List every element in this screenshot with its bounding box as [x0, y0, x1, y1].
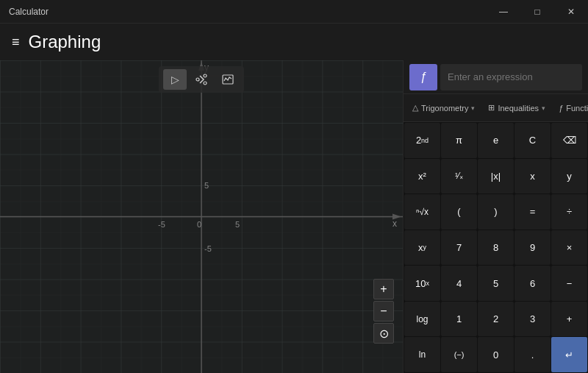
btn-decimal[interactable]: . — [514, 337, 551, 372]
func-icon: ƒ — [559, 104, 563, 113]
calculator-grid: 2nd π e C ⌫ x² ¹⁄ₓ |x| x y ⁿ√x ( ) = ÷ x… — [404, 122, 588, 373]
tab-trigonometry[interactable]: △ Trigonometry ▾ — [406, 97, 481, 119]
main-layout: y x -5 0 5 5 -5 ▷ — [0, 60, 588, 373]
btn-divide[interactable]: ÷ — [551, 194, 587, 230]
minimize-button[interactable]: — — [487, 0, 520, 24]
graph-area: y x -5 0 5 5 -5 ▷ — [0, 60, 403, 373]
window-controls: — □ ✕ — [487, 0, 588, 24]
btn-ln[interactable]: ln — [404, 337, 440, 372]
close-button[interactable]: ✕ — [554, 0, 588, 24]
title-bar: Calculator — □ ✕ — [0, 0, 588, 24]
btn-3[interactable]: 3 — [514, 302, 551, 337]
btn-9[interactable]: 9 — [514, 230, 551, 266]
tab-inequalities[interactable]: ⊞ Inequalities ▾ — [482, 97, 551, 119]
btn-7[interactable]: 7 — [441, 230, 477, 266]
graph-canvas[interactable]: y x -5 0 5 5 -5 ▷ — [0, 60, 403, 373]
app-header: ≡ Graphing — [0, 24, 588, 60]
svg-text:0: 0 — [197, 220, 201, 229]
svg-text:x: x — [392, 219, 397, 229]
btn-log[interactable]: log — [404, 302, 440, 337]
btn-8[interactable]: 8 — [478, 230, 514, 266]
trig-label: Trigonometry — [421, 104, 468, 113]
trig-icon: △ — [412, 103, 418, 113]
graph-toolbar: ▷ — [159, 66, 244, 93]
btn-6[interactable]: 6 — [514, 266, 551, 301]
svg-text:5: 5 — [204, 181, 209, 190]
ineq-label: Inequalities — [498, 104, 539, 113]
svg-text:-5: -5 — [204, 244, 212, 253]
btn-pi[interactable]: π — [441, 123, 477, 158]
trace-tool-button[interactable] — [216, 69, 240, 90]
btn-2nd[interactable]: 2nd — [404, 123, 440, 158]
right-panel: ƒ △ Trigonometry ▾ ⊞ Inequalities ▾ ƒ Fu… — [403, 60, 588, 373]
category-tabs: △ Trigonometry ▾ ⊞ Inequalities ▾ ƒ Func… — [404, 94, 588, 122]
grid-svg: y x -5 0 5 5 -5 — [0, 60, 403, 373]
zoom-in-button[interactable]: + — [373, 279, 394, 299]
btn-backspace[interactable]: ⌫ — [551, 123, 587, 158]
page-title: Graphing — [29, 32, 101, 52]
btn-4[interactable]: 4 — [441, 266, 477, 301]
btn-negate[interactable]: (−) — [441, 337, 477, 372]
btn-y[interactable]: y — [551, 159, 587, 194]
btn-5[interactable]: 5 — [478, 266, 514, 301]
btn-x-squared[interactable]: x² — [404, 159, 440, 194]
ineq-arrow: ▾ — [542, 104, 545, 112]
graph-zoom-controls: + − ⊙ — [373, 279, 394, 344]
share-tool-button[interactable] — [190, 69, 213, 90]
zoom-out-button[interactable]: − — [373, 301, 394, 322]
btn-subtract[interactable]: − — [551, 266, 587, 301]
ineq-icon: ⊞ — [488, 103, 495, 113]
cursor-tool-button[interactable]: ▷ — [163, 69, 187, 90]
svg-point-14 — [204, 74, 207, 77]
btn-rparen[interactable]: ) — [478, 194, 514, 230]
hamburger-menu[interactable]: ≡ — [12, 35, 20, 50]
btn-10x[interactable]: 10x — [404, 266, 440, 301]
btn-add[interactable]: + — [551, 302, 587, 337]
expression-input-row: ƒ — [404, 60, 588, 94]
btn-x[interactable]: x — [514, 159, 551, 194]
btn-reciprocal[interactable]: ¹⁄ₓ — [441, 159, 477, 194]
svg-text:-5: -5 — [158, 220, 165, 229]
trig-arrow: ▾ — [471, 104, 475, 112]
func-label: Function — [566, 104, 588, 113]
btn-equals[interactable]: = — [514, 194, 551, 230]
btn-multiply[interactable]: × — [551, 230, 587, 266]
btn-lparen[interactable]: ( — [441, 194, 477, 230]
expression-input[interactable] — [440, 64, 582, 90]
function-button[interactable]: ƒ — [409, 64, 437, 90]
btn-abs[interactable]: |x| — [478, 159, 514, 194]
btn-0[interactable]: 0 — [478, 337, 514, 372]
svg-point-13 — [196, 78, 199, 81]
btn-1[interactable]: 1 — [441, 302, 477, 337]
tab-functions[interactable]: ƒ Function — [553, 97, 588, 119]
maximize-button[interactable]: □ — [520, 0, 554, 24]
btn-clear[interactable]: C — [514, 123, 551, 158]
btn-e[interactable]: e — [478, 123, 514, 158]
btn-2[interactable]: 2 — [478, 302, 514, 337]
btn-enter[interactable]: ↵ — [551, 337, 587, 372]
zoom-fit-button[interactable]: ⊙ — [373, 323, 394, 344]
window-title: Calculator — [9, 7, 49, 17]
svg-text:5: 5 — [235, 220, 240, 229]
btn-x-power-y[interactable]: xy — [404, 230, 440, 266]
svg-point-15 — [204, 82, 207, 85]
btn-nth-root[interactable]: ⁿ√x — [404, 194, 440, 230]
